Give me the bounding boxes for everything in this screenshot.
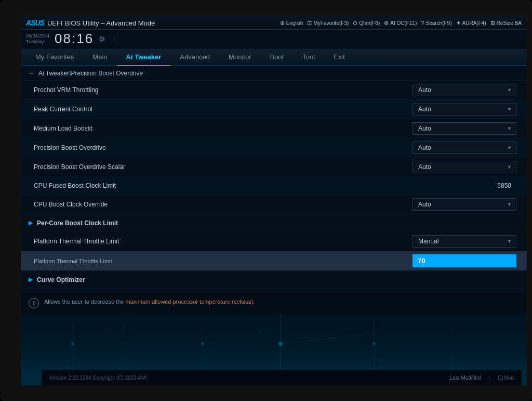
search-btn[interactable]: ? Search(F9) xyxy=(421,20,451,26)
fan-icon: ⊙ xyxy=(353,20,357,27)
aioc-btn[interactable]: ⊛ AI OC(F11) xyxy=(384,20,417,27)
nav-my-favorites[interactable]: My Favorites xyxy=(26,49,83,65)
pbo-value: Auto xyxy=(418,144,431,151)
star-icon: ⊡ xyxy=(307,20,312,27)
nav-advanced[interactable]: Advanced xyxy=(170,49,219,65)
info-text-before: Allows the user to decrease the xyxy=(44,299,126,305)
per-core-row[interactable]: ▶ Per-Core Boost Clock Limit xyxy=(21,214,527,232)
medium-load-label: Medium Load Boostit xyxy=(34,125,92,132)
thermal-throttle-value: Manual xyxy=(418,238,438,245)
time-display: 08:16 xyxy=(55,31,94,47)
curve-optimizer-label: Curve Optimizer xyxy=(37,276,85,283)
search-icon: ? xyxy=(421,20,424,26)
svg-line-13 xyxy=(203,328,281,344)
qfan-btn[interactable]: ⊙ Qfan(F6) xyxy=(353,20,380,27)
breadcrumb: ← Ai Tweaker\Precision Boost Overdrive xyxy=(21,66,527,81)
aura-icon: ✦ xyxy=(456,20,461,27)
prochot-vrm-label: Prochot VRM Throttling xyxy=(34,86,99,94)
breadcrumb-text: Ai Tweaker\Precision Boost Overdrive xyxy=(38,70,143,77)
pbo-scalar-row: Precision Boost Overdrive Scalar Auto xyxy=(21,158,527,177)
info-bar: i Allows the user to decrease the maximu… xyxy=(21,292,527,314)
pbo-scalar-label: Precision Boost Overdrive Scalar xyxy=(34,163,125,171)
nav-boot[interactable]: Boot xyxy=(260,49,293,65)
info-text: Allows the user to decrease the maximum … xyxy=(44,297,255,307)
date-text: 09/24/2024 Tuesday xyxy=(26,33,49,45)
toolbar-buttons: ⊕ English ⊡ MyFavorite(F3) ⊙ Qfan(F6) ⊛ … xyxy=(280,20,522,27)
brand: ASUS UEFI BIOS Utility – Advanced Mode xyxy=(26,19,155,27)
nav-tool[interactable]: Tool xyxy=(293,49,324,65)
prochot-vrm-row: Prochot VRM Throttling Auto xyxy=(21,81,527,100)
info-text-highlight: maximum allowed processor temperature (c… xyxy=(126,299,255,305)
cpu-fused-value: 5850 xyxy=(492,180,516,191)
medium-load-row: Medium Load Boostit Auto xyxy=(21,119,527,138)
status-bar: Version 2.22.1284 Copyright (C) 2023 AMI… xyxy=(42,370,522,385)
peak-current-row: Peak Current Control Auto xyxy=(21,100,527,119)
peak-current-label: Peak Current Control xyxy=(34,106,92,113)
resize-btn[interactable]: ⊞ ReSize BA xyxy=(490,20,522,27)
thermal-throttle-input-label: Platform Thermal Throttle Limit xyxy=(34,258,112,264)
cpu-boost-override-label: CPU Boost Clock Override xyxy=(34,201,108,208)
globe-icon: ⊕ xyxy=(280,20,285,27)
per-core-expand-icon: ▶ xyxy=(29,219,33,226)
pbo-scalar-value: Auto xyxy=(418,163,431,171)
separator2: | xyxy=(488,375,490,381)
cpu-boost-override-row: CPU Boost Clock Override Auto xyxy=(21,195,527,214)
toolbar: ASUS UEFI BIOS Utility – Advanced Mode ⊕… xyxy=(21,16,527,30)
content-area: ← Ai Tweaker\Precision Boost Overdrive P… xyxy=(21,66,527,314)
curve-optimizer-row[interactable]: ▶ Curve Optimizer xyxy=(21,271,527,289)
nav-menu: My Favorites Main Ai Tweaker Advanced Mo… xyxy=(21,49,527,66)
aura-btn[interactable]: ✦ AURA(F4) xyxy=(456,20,486,27)
info-icon: i xyxy=(29,298,39,308)
nav-exit[interactable]: Exit xyxy=(324,49,354,65)
svg-line-12 xyxy=(73,323,125,344)
thermal-throttle-dropdown[interactable]: Manual xyxy=(413,235,516,248)
language-btn[interactable]: ⊕ English xyxy=(280,20,303,27)
bios-title: UEFI BIOS Utility – Advanced Mode xyxy=(47,19,155,27)
screen: ASUS UEFI BIOS Utility – Advanced Mode ⊕… xyxy=(21,16,527,385)
settings-list: Prochot VRM Throttling Auto Peak Current… xyxy=(21,81,527,289)
myfavorite-btn[interactable]: ⊡ MyFavorite(F3) xyxy=(307,20,349,27)
ai-icon: ⊛ xyxy=(384,20,389,27)
prochot-vrm-value: Auto xyxy=(418,86,431,94)
resize-icon: ⊞ xyxy=(490,20,495,27)
peak-current-dropdown[interactable]: Auto xyxy=(413,103,516,115)
date-display: 09/24/2024 Tuesday xyxy=(26,33,49,45)
svg-line-14 xyxy=(281,333,374,344)
curve-expand-icon: ▶ xyxy=(29,276,33,283)
cpu-fused-label: CPU Fused Boost Clock Limit xyxy=(34,182,116,189)
pbo-label: Precision Boost Overdrive xyxy=(34,144,106,151)
pbo-scalar-dropdown[interactable]: Auto xyxy=(413,161,516,173)
monitor-bezel: ASUS UEFI BIOS Utility – Advanced Mode ⊕… xyxy=(0,0,532,401)
svg-point-10 xyxy=(278,342,283,346)
medium-load-dropdown[interactable]: Auto xyxy=(413,122,516,135)
nav-ai-tweaker[interactable]: Ai Tweaker xyxy=(117,49,171,66)
last-modified-section: Last Modified | EzMod xyxy=(450,375,514,381)
ezmode-label: EzMod xyxy=(498,375,514,381)
version-text: Version 2.22.1284 Copyright (C) 2023 AMI xyxy=(49,375,147,381)
nav-monitor[interactable]: Monitor xyxy=(219,49,260,65)
nav-main[interactable]: Main xyxy=(83,49,116,65)
back-arrow-icon[interactable]: ← xyxy=(29,69,35,77)
per-core-label: Per-Core Boost Clock Limit xyxy=(37,219,118,227)
thermal-throttle-input-row: Platform Thermal Throttle Limit 70 xyxy=(21,251,527,271)
thermal-throttle-label: Platform Thermal Throttle Limit xyxy=(34,238,119,245)
datetime-bar: 09/24/2024 Tuesday 08:16 ⚙ | xyxy=(21,30,527,49)
cpu-boost-override-value: Auto xyxy=(418,201,431,208)
svg-point-8 xyxy=(71,342,74,345)
cpu-boost-override-dropdown[interactable]: Auto xyxy=(413,198,516,211)
settings-gear-icon[interactable]: ⚙ xyxy=(99,35,105,43)
svg-point-9 xyxy=(201,342,204,345)
pbo-dropdown[interactable]: Auto xyxy=(413,141,516,154)
peak-current-value: Auto xyxy=(418,106,431,113)
thermal-throttle-input[interactable]: 70 xyxy=(413,254,516,267)
separator: | xyxy=(113,36,115,42)
prochot-vrm-dropdown[interactable]: Auto xyxy=(413,84,516,96)
medium-load-value: Auto xyxy=(418,125,431,132)
pbo-row: Precision Boost Overdrive Auto xyxy=(21,138,527,158)
thermal-throttle-row: Platform Thermal Throttle Limit Manual xyxy=(21,232,527,251)
cpu-fused-row: CPU Fused Boost Clock Limit 5850 xyxy=(21,177,527,195)
asus-logo: ASUS xyxy=(26,19,44,27)
last-modified-label: Last Modified xyxy=(450,375,481,381)
svg-point-11 xyxy=(373,342,376,345)
